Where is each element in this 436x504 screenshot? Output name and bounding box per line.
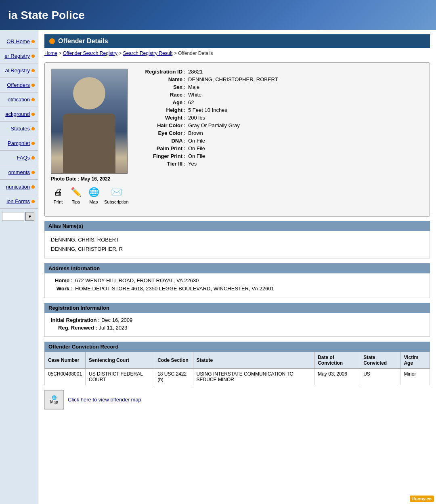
home-label: Home : <box>51 277 75 284</box>
col-code-section: Code Section <box>154 352 193 368</box>
sidebar-item-notification[interactable]: otification <box>0 92 38 107</box>
map-icon-label: Map <box>50 400 58 404</box>
sidebar-item-comments[interactable]: omments <box>0 165 38 180</box>
address-section-header: Address Information <box>44 263 430 273</box>
search-input[interactable] <box>2 212 24 221</box>
sidebar-item-or-home[interactable]: OR Home <box>0 34 38 49</box>
photo-date-label: Photo Date : <box>51 176 80 182</box>
view-map-link[interactable]: Click here to view offender map <box>68 397 141 403</box>
info-row-eye: Eye Color : Brown <box>140 130 423 136</box>
sidebar-dot <box>31 200 35 203</box>
sidebar-dot <box>31 156 35 160</box>
info-row-hair: Hair Color : Gray Or Partially Gray <box>140 122 423 128</box>
conviction-table-header-row: Case Number Sentencing Court Code Sectio… <box>45 352 430 368</box>
home-value: 672 WENDY HILL ROAD, FRONT ROYAL, VA 226… <box>75 277 199 284</box>
cell-date-conviction: May 03, 2006 <box>314 368 360 385</box>
col-state-convicted: State Convicted <box>360 352 400 368</box>
main-content: Offender Details Home > Offender Search … <box>38 30 436 504</box>
tips-icon: ✏️ <box>69 185 83 200</box>
sidebar-dot <box>31 40 35 43</box>
address-work-row: Work : HOME DEPOT-STORE 4618, 2350 LEGGE… <box>51 286 423 292</box>
sidebar-search: ▼ <box>0 209 38 224</box>
renewed-row: Reg. Renewed : Jul 11, 2023 <box>51 325 423 331</box>
sidebar-item-er-registry[interactable]: er Registry <box>0 49 38 63</box>
map-globe-icon: 🌐 <box>86 185 101 200</box>
initial-reg-value: Dec 16, 2009 <box>101 317 132 323</box>
col-sentencing-court: Sentencing Court <box>86 352 154 368</box>
info-row-weight: Weight : 200 lbs <box>140 115 423 121</box>
work-value: HOME DEPOT-STORE 4618, 2350 LEGGE BOULEV… <box>75 286 274 292</box>
registration-section-header: Registration Information <box>44 303 430 313</box>
alias-name-1: DENNING, CHRIS, ROBERT <box>51 235 423 244</box>
subscription-button[interactable]: ✉️ Subscription <box>104 185 129 204</box>
detail-card: Photo Date : May 16, 2022 🖨 Print ✏️ Tip… <box>44 62 430 217</box>
alias-section-content: DENNING, CHRIS, ROBERT DENNING, CHRISTOP… <box>44 231 430 258</box>
sidebar-item-offenders[interactable]: Offenders <box>0 78 38 92</box>
map-section: 🌐 Map Click here to view offender map <box>44 390 430 410</box>
breadcrumb-current: Offender Details <box>178 50 213 56</box>
info-row-race: Race : White <box>140 92 423 98</box>
photo-icons: 🖨 Print ✏️ Tips 🌐 Map ✉️ <box>51 185 132 204</box>
sidebar-dot <box>31 69 35 72</box>
breadcrumb-registry[interactable]: Offender Search Registry <box>63 50 117 56</box>
col-victim-age: Victim Age <box>400 352 430 368</box>
sidebar-item-background[interactable]: ackground <box>0 107 38 122</box>
sidebar-dot <box>31 127 35 130</box>
offender-photo <box>51 69 128 174</box>
sidebar-dot <box>31 142 35 145</box>
watermark: ifunny.co <box>410 496 434 502</box>
offender-details-header: Offender Details <box>44 34 430 48</box>
sidebar-item-faqs[interactable]: FAQs <box>0 151 38 165</box>
col-statute: Statute <box>193 352 314 368</box>
print-button[interactable]: 🖨 Print <box>51 185 65 204</box>
sidebar-item-communication[interactable]: nunication <box>0 180 38 194</box>
sidebar-item-al-registry[interactable]: al Registry <box>0 63 38 78</box>
info-row-age: Age : 62 <box>140 99 423 105</box>
renewed-label: Reg. Renewed : <box>58 325 97 331</box>
breadcrumb-result[interactable]: Search Registry Result <box>123 50 173 56</box>
cell-victim-age: Minor <box>400 368 430 385</box>
breadcrumb: Home > Offender Search Registry > Search… <box>44 50 430 56</box>
sidebar-dot <box>31 171 35 174</box>
cell-statute: USING INTERSTATE COMMUNICATION TO SEDUCE… <box>193 368 314 385</box>
initial-reg-label: Initial Registration : <box>51 317 100 323</box>
sidebar-dot <box>31 113 35 116</box>
photo-section: Photo Date : May 16, 2022 🖨 Print ✏️ Tip… <box>51 69 132 204</box>
photo-date-value: May 16, 2022 <box>81 176 110 182</box>
alias-names: DENNING, CHRIS, ROBERT DENNING, CHRISTOP… <box>51 235 423 254</box>
info-row-palmprint: Palm Print : On File <box>140 145 423 151</box>
address-home-row: Home : 672 WENDY HILL ROAD, FRONT ROYAL,… <box>51 277 423 284</box>
tips-button[interactable]: ✏️ Tips <box>69 185 83 204</box>
info-row-tier: Tier III : Yes <box>140 161 423 167</box>
info-row-dna: DNA : On File <box>140 138 423 144</box>
info-row-name: Name : DENNING, CHRISTOPHER, ROBERT <box>140 76 423 82</box>
conviction-table: Case Number Sentencing Court Code Sectio… <box>44 352 430 385</box>
cell-case-number: 05CR00498001 <box>45 368 86 385</box>
address-section-content: Home : 672 WENDY HILL ROAD, FRONT ROYAL,… <box>44 273 430 298</box>
breadcrumb-home[interactable]: Home <box>44 50 57 56</box>
cell-state-convicted: US <box>360 368 400 385</box>
sidebar-item-statutes[interactable]: Statutes <box>0 122 38 136</box>
conviction-section-header: Offender Conviction Record <box>44 342 430 352</box>
sidebar-dot <box>31 55 35 58</box>
subscription-icon: ✉️ <box>109 185 124 200</box>
sidebar-dot <box>31 98 35 101</box>
col-date-conviction: Date of Conviction <box>314 352 360 368</box>
info-row-height: Height : 5 Feet 10 Inches <box>140 107 423 113</box>
work-label: Work : <box>51 286 75 292</box>
print-icon: 🖨 <box>51 185 65 200</box>
sidebar-item-ion-forms[interactable]: ion Forms <box>0 194 38 209</box>
alias-name-2: DENNING, CHRISTOPHER, R <box>51 244 423 254</box>
cell-code-section: 18 USC 2422 (b) <box>154 368 193 385</box>
search-button[interactable]: ▼ <box>25 212 34 221</box>
table-row: 05CR00498001 US DISTRICT FEDERAL COURT 1… <box>45 368 430 385</box>
map-button[interactable]: 🌐 Map <box>86 185 101 204</box>
sidebar-item-pamphlet[interactable]: Pamphlet <box>0 136 38 151</box>
cell-sentencing-court: US DISTRICT FEDERAL COURT <box>86 368 154 385</box>
detail-top: Photo Date : May 16, 2022 🖨 Print ✏️ Tip… <box>51 69 423 204</box>
map-icon-button[interactable]: 🌐 Map <box>44 390 64 410</box>
sidebar-dot <box>31 84 35 87</box>
sidebar: OR Home er Registry al Registry Offender… <box>0 30 38 504</box>
info-row-sex: Sex : Male <box>140 84 423 90</box>
map-icon: 🌐 <box>52 395 57 400</box>
